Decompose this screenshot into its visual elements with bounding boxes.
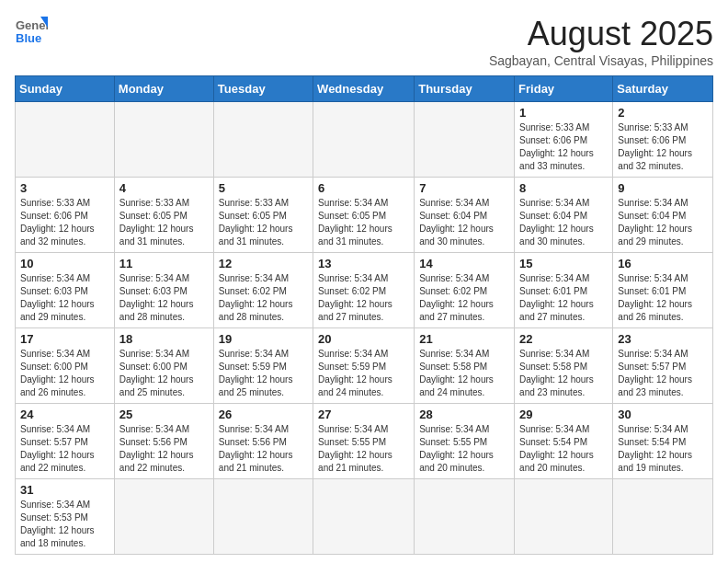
title-area: August 2025 Sagbayan, Central Visayas, P… bbox=[489, 15, 713, 68]
calendar-cell: 25Sunrise: 5:34 AM Sunset: 5:56 PM Dayli… bbox=[114, 404, 213, 479]
calendar-week-row: 1Sunrise: 5:33 AM Sunset: 6:06 PM Daylig… bbox=[16, 102, 713, 178]
day-number: 22 bbox=[519, 332, 608, 346]
day-sun-info: Sunrise: 5:34 AM Sunset: 5:53 PM Dayligh… bbox=[20, 499, 109, 550]
calendar-cell: 11Sunrise: 5:34 AM Sunset: 6:03 PM Dayli… bbox=[114, 253, 213, 328]
day-sun-info: Sunrise: 5:34 AM Sunset: 5:56 PM Dayligh… bbox=[219, 423, 308, 475]
calendar-cell: 13Sunrise: 5:34 AM Sunset: 6:02 PM Dayli… bbox=[313, 253, 415, 328]
weekday-header-saturday: Saturday bbox=[613, 76, 713, 102]
calendar-cell bbox=[313, 479, 415, 555]
day-sun-info: Sunrise: 5:34 AM Sunset: 5:59 PM Dayligh… bbox=[219, 348, 308, 399]
day-sun-info: Sunrise: 5:34 AM Sunset: 6:01 PM Dayligh… bbox=[618, 272, 708, 324]
day-number: 1 bbox=[519, 106, 608, 120]
day-sun-info: Sunrise: 5:33 AM Sunset: 6:06 PM Dayligh… bbox=[618, 121, 708, 173]
day-sun-info: Sunrise: 5:33 AM Sunset: 6:06 PM Dayligh… bbox=[519, 121, 608, 173]
day-number: 21 bbox=[419, 332, 509, 346]
calendar-cell: 24Sunrise: 5:34 AM Sunset: 5:57 PM Dayli… bbox=[16, 404, 115, 479]
day-sun-info: Sunrise: 5:34 AM Sunset: 5:55 PM Dayligh… bbox=[419, 423, 509, 475]
page-header: General Blue August 2025 Sagbayan, Centr… bbox=[15, 15, 713, 68]
day-sun-info: Sunrise: 5:34 AM Sunset: 6:05 PM Dayligh… bbox=[318, 197, 409, 248]
day-number: 3 bbox=[20, 181, 109, 195]
calendar-cell: 12Sunrise: 5:34 AM Sunset: 6:02 PM Dayli… bbox=[213, 253, 313, 328]
calendar-cell: 18Sunrise: 5:34 AM Sunset: 6:00 PM Dayli… bbox=[114, 328, 213, 404]
calendar-week-row: 10Sunrise: 5:34 AM Sunset: 6:03 PM Dayli… bbox=[16, 253, 713, 328]
calendar-cell bbox=[415, 102, 515, 178]
calendar-cell bbox=[114, 102, 213, 178]
day-sun-info: Sunrise: 5:34 AM Sunset: 6:00 PM Dayligh… bbox=[20, 348, 109, 399]
calendar-cell: 2Sunrise: 5:33 AM Sunset: 6:06 PM Daylig… bbox=[613, 102, 713, 178]
day-sun-info: Sunrise: 5:33 AM Sunset: 6:06 PM Dayligh… bbox=[20, 197, 109, 248]
calendar-cell bbox=[415, 479, 515, 555]
day-number: 9 bbox=[618, 181, 708, 195]
day-number: 23 bbox=[618, 332, 708, 346]
day-number: 26 bbox=[219, 408, 308, 421]
day-sun-info: Sunrise: 5:34 AM Sunset: 5:56 PM Dayligh… bbox=[119, 423, 209, 475]
calendar-cell bbox=[213, 479, 313, 555]
day-number: 30 bbox=[618, 408, 708, 421]
day-sun-info: Sunrise: 5:34 AM Sunset: 6:02 PM Dayligh… bbox=[419, 272, 509, 324]
day-sun-info: Sunrise: 5:34 AM Sunset: 6:02 PM Dayligh… bbox=[318, 272, 409, 324]
day-number: 13 bbox=[318, 257, 409, 270]
day-sun-info: Sunrise: 5:34 AM Sunset: 6:03 PM Dayligh… bbox=[20, 272, 109, 324]
calendar-cell: 30Sunrise: 5:34 AM Sunset: 5:54 PM Dayli… bbox=[613, 404, 713, 479]
calendar-cell: 10Sunrise: 5:34 AM Sunset: 6:03 PM Dayli… bbox=[16, 253, 115, 328]
calendar-cell: 4Sunrise: 5:33 AM Sunset: 6:05 PM Daylig… bbox=[114, 178, 213, 253]
calendar-cell: 27Sunrise: 5:34 AM Sunset: 5:55 PM Dayli… bbox=[313, 404, 415, 479]
day-sun-info: Sunrise: 5:34 AM Sunset: 5:54 PM Dayligh… bbox=[519, 423, 608, 475]
day-number: 28 bbox=[419, 408, 509, 421]
weekday-header-monday: Monday bbox=[114, 76, 213, 102]
day-sun-info: Sunrise: 5:34 AM Sunset: 5:57 PM Dayligh… bbox=[20, 423, 109, 475]
calendar-cell: 3Sunrise: 5:33 AM Sunset: 6:06 PM Daylig… bbox=[16, 178, 115, 253]
day-number: 29 bbox=[519, 408, 608, 421]
day-sun-info: Sunrise: 5:34 AM Sunset: 6:02 PM Dayligh… bbox=[219, 272, 308, 324]
day-sun-info: Sunrise: 5:34 AM Sunset: 5:55 PM Dayligh… bbox=[318, 423, 409, 475]
calendar-cell: 9Sunrise: 5:34 AM Sunset: 6:04 PM Daylig… bbox=[613, 178, 713, 253]
weekday-header-row: SundayMondayTuesdayWednesdayThursdayFrid… bbox=[16, 76, 713, 102]
day-number: 18 bbox=[119, 332, 209, 346]
weekday-header-sunday: Sunday bbox=[16, 76, 115, 102]
location: Sagbayan, Central Visayas, Philippines bbox=[489, 53, 713, 68]
day-number: 27 bbox=[318, 408, 409, 421]
weekday-header-friday: Friday bbox=[515, 76, 613, 102]
calendar-cell bbox=[16, 102, 115, 178]
weekday-header-thursday: Thursday bbox=[415, 76, 515, 102]
calendar-cell: 21Sunrise: 5:34 AM Sunset: 5:58 PM Dayli… bbox=[415, 328, 515, 404]
day-number: 14 bbox=[419, 257, 509, 270]
calendar-cell: 6Sunrise: 5:34 AM Sunset: 6:05 PM Daylig… bbox=[313, 178, 415, 253]
day-number: 8 bbox=[519, 181, 608, 195]
calendar-cell: 29Sunrise: 5:34 AM Sunset: 5:54 PM Dayli… bbox=[515, 404, 613, 479]
calendar-cell: 8Sunrise: 5:34 AM Sunset: 6:04 PM Daylig… bbox=[515, 178, 613, 253]
calendar-cell bbox=[114, 479, 213, 555]
day-sun-info: Sunrise: 5:34 AM Sunset: 6:04 PM Dayligh… bbox=[519, 197, 608, 248]
day-number: 16 bbox=[618, 257, 708, 270]
day-sun-info: Sunrise: 5:34 AM Sunset: 6:03 PM Dayligh… bbox=[119, 272, 209, 324]
day-sun-info: Sunrise: 5:34 AM Sunset: 6:01 PM Dayligh… bbox=[519, 272, 608, 324]
day-sun-info: Sunrise: 5:34 AM Sunset: 5:58 PM Dayligh… bbox=[419, 348, 509, 399]
weekday-header-tuesday: Tuesday bbox=[213, 76, 313, 102]
calendar-cell: 23Sunrise: 5:34 AM Sunset: 5:57 PM Dayli… bbox=[613, 328, 713, 404]
day-number: 6 bbox=[318, 181, 409, 195]
calendar-week-row: 24Sunrise: 5:34 AM Sunset: 5:57 PM Dayli… bbox=[16, 404, 713, 479]
calendar-cell: 28Sunrise: 5:34 AM Sunset: 5:55 PM Dayli… bbox=[415, 404, 515, 479]
day-number: 25 bbox=[119, 408, 209, 421]
calendar-cell: 26Sunrise: 5:34 AM Sunset: 5:56 PM Dayli… bbox=[213, 404, 313, 479]
day-sun-info: Sunrise: 5:34 AM Sunset: 5:58 PM Dayligh… bbox=[519, 348, 608, 399]
calendar-cell: 16Sunrise: 5:34 AM Sunset: 6:01 PM Dayli… bbox=[613, 253, 713, 328]
day-number: 10 bbox=[20, 257, 109, 270]
calendar-cell: 31Sunrise: 5:34 AM Sunset: 5:53 PM Dayli… bbox=[16, 479, 115, 555]
calendar-cell: 1Sunrise: 5:33 AM Sunset: 6:06 PM Daylig… bbox=[515, 102, 613, 178]
day-number: 5 bbox=[219, 181, 308, 195]
month-year: August 2025 bbox=[489, 15, 713, 53]
calendar-cell: 15Sunrise: 5:34 AM Sunset: 6:01 PM Dayli… bbox=[515, 253, 613, 328]
day-number: 24 bbox=[20, 408, 109, 421]
calendar-week-row: 31Sunrise: 5:34 AM Sunset: 5:53 PM Dayli… bbox=[16, 479, 713, 555]
calendar-cell bbox=[515, 479, 613, 555]
day-sun-info: Sunrise: 5:34 AM Sunset: 6:04 PM Dayligh… bbox=[618, 197, 708, 248]
day-number: 15 bbox=[519, 257, 608, 270]
day-sun-info: Sunrise: 5:34 AM Sunset: 6:00 PM Dayligh… bbox=[119, 348, 209, 399]
day-number: 17 bbox=[20, 332, 109, 346]
day-sun-info: Sunrise: 5:33 AM Sunset: 6:05 PM Dayligh… bbox=[119, 197, 209, 248]
svg-text:Blue: Blue bbox=[16, 31, 41, 45]
calendar-cell: 14Sunrise: 5:34 AM Sunset: 6:02 PM Dayli… bbox=[415, 253, 515, 328]
calendar-cell: 22Sunrise: 5:34 AM Sunset: 5:58 PM Dayli… bbox=[515, 328, 613, 404]
calendar-cell: 19Sunrise: 5:34 AM Sunset: 5:59 PM Dayli… bbox=[213, 328, 313, 404]
